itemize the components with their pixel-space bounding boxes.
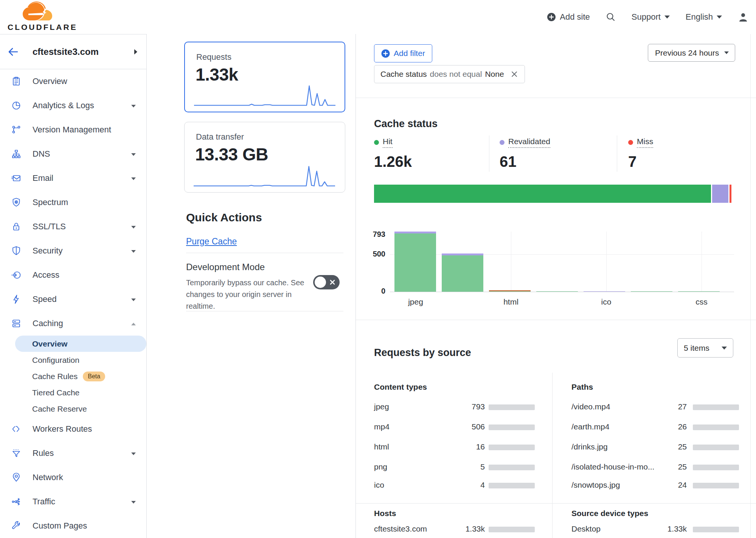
git-branch-icon bbox=[11, 125, 21, 135]
sidebar-item-network[interactable]: Network bbox=[0, 465, 146, 490]
chart-bar bbox=[678, 291, 720, 292]
sidebar-item-email[interactable]: Email bbox=[0, 166, 146, 190]
sidebar-subitem-label: Configuration bbox=[32, 356, 79, 365]
row-bar bbox=[693, 445, 739, 450]
sidebar-subitem-caching-overview[interactable]: Overview bbox=[15, 336, 146, 352]
divider bbox=[186, 311, 343, 311]
sidebar-item-rules[interactable]: Rules bbox=[0, 441, 146, 465]
sidebar-subitem-tiered-cache[interactable]: Tiered Cache bbox=[0, 384, 146, 401]
row-value: 24 bbox=[645, 480, 687, 490]
divider bbox=[356, 98, 756, 98]
requests-card[interactable]: Requests 1.33k bbox=[184, 42, 345, 112]
site-selector[interactable]: cftestsite3.com bbox=[0, 34, 146, 69]
purge-cache-link[interactable]: Purge Cache bbox=[186, 236, 237, 247]
beta-badge: Beta bbox=[83, 372, 105, 381]
sidebar-item-security[interactable]: Security bbox=[0, 239, 146, 263]
items-count-value: 5 items bbox=[684, 344, 709, 353]
chart-bar bbox=[394, 232, 436, 292]
sidebar-subitem-configuration[interactable]: Configuration bbox=[0, 352, 146, 368]
gridline bbox=[511, 232, 511, 292]
sitemap-icon bbox=[11, 149, 21, 159]
x-axis-tick: html bbox=[488, 297, 534, 306]
sidebar-item-speed[interactable]: Speed bbox=[0, 287, 146, 311]
chevron-down-icon bbox=[131, 501, 136, 504]
sidebar-item-overview[interactable]: Overview bbox=[0, 69, 146, 93]
development-mode-toggle[interactable] bbox=[313, 275, 340, 289]
sidebar-item-label: Analytics & Logs bbox=[33, 101, 94, 110]
row-value: 25 bbox=[645, 442, 687, 451]
sidebar-subitem-cache-reserve[interactable]: Cache Reserve bbox=[0, 401, 146, 417]
sidebar-item-label: Version Management bbox=[33, 125, 111, 135]
support-menu[interactable]: Support bbox=[632, 12, 670, 22]
sidebar-item-workers-routes[interactable]: Workers Routes bbox=[0, 417, 146, 441]
row-label: html bbox=[374, 442, 389, 451]
row-value: 27 bbox=[645, 402, 687, 411]
row-bar bbox=[489, 483, 535, 488]
remove-filter-button[interactable] bbox=[510, 70, 518, 78]
requests-card-label: Requests bbox=[196, 52, 231, 62]
row-label: /snowtops.jpg bbox=[571, 480, 620, 490]
chevron-down-icon bbox=[131, 105, 136, 107]
sidebar-subitem-cache-rules[interactable]: Cache Rules Beta bbox=[0, 368, 146, 384]
data-transfer-sparkline bbox=[194, 164, 335, 188]
row-label: Desktop bbox=[571, 524, 601, 533]
y-axis-tick: 0 bbox=[356, 287, 385, 295]
x-axis-tick: css bbox=[679, 297, 724, 306]
add-site-button[interactable]: Add site bbox=[547, 12, 590, 22]
top-header: CLOUDFLARE Add site Support English bbox=[0, 0, 756, 34]
data-transfer-card[interactable]: Data transfer 13.33 GB bbox=[184, 122, 345, 193]
toggle-knob bbox=[315, 277, 326, 288]
row-bar bbox=[693, 424, 739, 430]
sidebar-item-label: DNS bbox=[33, 149, 50, 159]
plus-circle-icon bbox=[547, 12, 556, 22]
sidebar-item-label: Speed bbox=[33, 294, 57, 304]
add-filter-button[interactable]: Add filter bbox=[374, 44, 432, 62]
sidebar-item-label: Network bbox=[33, 473, 63, 482]
chart-bar bbox=[631, 291, 672, 292]
sidebar: cftestsite3.com Overview Analytics & Log… bbox=[0, 34, 147, 538]
sidebar-item-traffic[interactable]: Traffic bbox=[0, 490, 146, 514]
sidebar-item-ssl-tls[interactable]: SSL/TLS bbox=[0, 215, 146, 239]
sidebar-item-label: Traffic bbox=[33, 497, 55, 507]
sidebar-item-custom-pages[interactable]: Custom Pages bbox=[0, 514, 146, 538]
analytics-panel: Add filter Cache status does not equal N… bbox=[355, 34, 756, 538]
chevron-down-icon bbox=[724, 51, 729, 54]
search-button[interactable] bbox=[606, 12, 616, 22]
row-value: 25 bbox=[645, 462, 687, 471]
row-bar bbox=[693, 465, 739, 470]
back-arrow-icon[interactable] bbox=[8, 47, 19, 57]
chart-bar bbox=[536, 291, 578, 292]
row-label: jpeg bbox=[374, 402, 389, 411]
chevron-right-icon[interactable] bbox=[134, 49, 137, 54]
chevron-up-icon bbox=[131, 323, 136, 325]
sidebar-item-label: Rules bbox=[33, 448, 54, 458]
row-value: 4 bbox=[443, 480, 485, 490]
sidebar-item-spectrum[interactable]: Spectrum bbox=[0, 190, 146, 215]
sidebar-item-caching[interactable]: Caching bbox=[0, 311, 146, 336]
stat-miss-label[interactable]: Miss bbox=[637, 137, 653, 148]
account-menu[interactable] bbox=[738, 12, 748, 22]
sidebar-item-analytics-logs[interactable]: Analytics & Logs bbox=[0, 93, 146, 118]
sidebar-subitem-label: Cache Rules bbox=[32, 372, 78, 381]
row-bar bbox=[693, 404, 739, 410]
sidebar-item-access[interactable]: Access bbox=[0, 263, 146, 287]
miss-segment bbox=[730, 185, 731, 203]
cache-status-title: Cache status bbox=[374, 118, 438, 130]
language-label: English bbox=[686, 12, 713, 22]
stat-revalidated-label[interactable]: Revalidated bbox=[508, 137, 550, 148]
sidebar-item-dns[interactable]: DNS bbox=[0, 142, 146, 166]
stat-hit-label[interactable]: Hit bbox=[383, 137, 393, 148]
time-range-dropdown[interactable]: Previous 24 hours bbox=[648, 44, 735, 62]
gridline bbox=[606, 232, 607, 292]
sidebar-item-version-management[interactable]: Version Management bbox=[0, 118, 146, 142]
chevron-down-icon bbox=[131, 250, 136, 253]
toggle-off-x-icon bbox=[329, 279, 336, 286]
items-count-dropdown[interactable]: 5 items bbox=[677, 338, 733, 358]
cloudflare-wordmark: CLOUDFLARE bbox=[8, 23, 76, 32]
filter-chip[interactable]: Cache status does not equal None bbox=[374, 65, 525, 83]
stat-miss: Miss 7 bbox=[628, 137, 734, 170]
language-menu[interactable]: English bbox=[686, 12, 722, 22]
cloudflare-logo[interactable]: CLOUDFLARE bbox=[8, 2, 76, 32]
row-label: png bbox=[374, 462, 387, 471]
row-bar bbox=[489, 527, 535, 532]
